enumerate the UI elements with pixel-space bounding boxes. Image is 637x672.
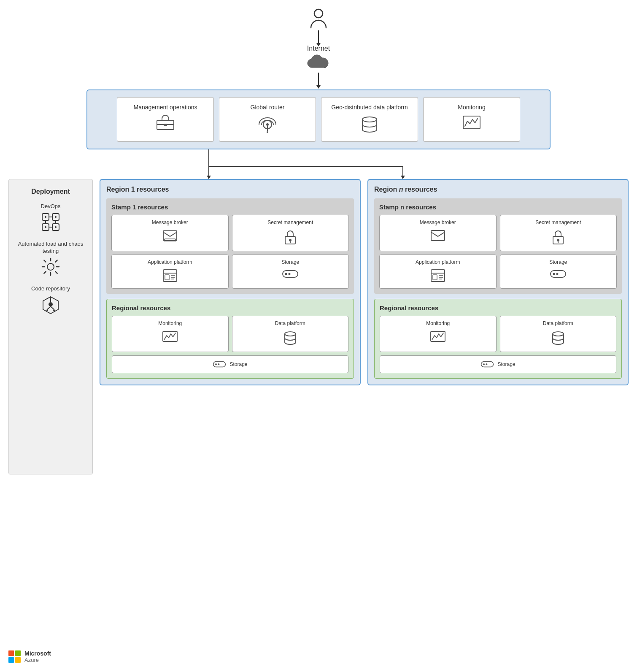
person-icon bbox=[309, 8, 328, 30]
regional1-grid: Monitoring Data platform bbox=[112, 316, 348, 352]
stamp1-box: Stamp 1 resources Message broker bbox=[106, 198, 354, 294]
svg-line-34 bbox=[47, 306, 51, 309]
cloud-icon bbox=[306, 54, 331, 73]
region1-title: Region 1 resources bbox=[106, 186, 354, 193]
rn-storage-icon bbox=[550, 269, 567, 281]
internet-section: Internet bbox=[8, 8, 629, 85]
azure-microsoft-label: Microsoft bbox=[24, 650, 51, 657]
azure-text: Microsoft Azure bbox=[24, 650, 51, 664]
regions-container: Region 1 resources Stamp 1 resources Mes… bbox=[100, 179, 629, 385]
svg-point-9 bbox=[362, 117, 377, 122]
devops-item: DevOps bbox=[41, 203, 61, 233]
rn-data-platform-box: Data platform bbox=[500, 316, 617, 352]
r1-secret-mgmt-label: Secret management bbox=[267, 219, 313, 226]
rn-secret-mgmt-label: Secret management bbox=[535, 219, 581, 226]
devops-icon bbox=[41, 213, 60, 233]
regional1-box: Regional resources Monitoring bbox=[106, 299, 354, 379]
r1-envelope-icon bbox=[162, 230, 178, 243]
svg-point-60 bbox=[557, 239, 559, 241]
monitor-global-icon bbox=[462, 115, 481, 134]
stampN-grid: Message broker Secret management bbox=[379, 215, 617, 289]
rn-database-icon bbox=[551, 331, 565, 347]
svg-point-54 bbox=[285, 332, 296, 336]
svg-marker-16 bbox=[401, 176, 405, 179]
global-router-label: Global router bbox=[251, 103, 285, 111]
rn-regional-storage-label: Storage bbox=[497, 361, 515, 367]
azure-azure-label: Azure bbox=[24, 657, 39, 663]
connector-arrows bbox=[86, 149, 551, 179]
r1-storage-box: Storage bbox=[232, 255, 349, 289]
svg-rect-58 bbox=[431, 230, 445, 241]
regionalN-box: Regional resources Monitoring bbox=[374, 299, 622, 379]
router-icon bbox=[258, 115, 277, 135]
rn-monitoring-label: Monitoring bbox=[426, 320, 450, 327]
management-operations-label: Management operations bbox=[134, 103, 197, 111]
svg-point-74 bbox=[483, 363, 485, 365]
svg-point-52 bbox=[289, 273, 291, 275]
svg-point-57 bbox=[218, 363, 220, 365]
r1-message-broker-box: Message broker bbox=[111, 215, 229, 251]
stampN-title: Stamp n resources bbox=[379, 203, 617, 211]
r1-message-broker-label: Message broker bbox=[152, 219, 188, 226]
chaos-testing-item: Automated load and chaos testing bbox=[16, 241, 86, 278]
svg-point-51 bbox=[285, 273, 287, 275]
r1-regional-storage-box: Storage bbox=[112, 355, 348, 373]
svg-point-70 bbox=[556, 273, 559, 275]
rn-app-platform-icon bbox=[430, 269, 445, 284]
azure-square-blue bbox=[8, 657, 14, 663]
svg-point-42 bbox=[289, 239, 292, 241]
regional1-title: Regional resources bbox=[112, 304, 348, 312]
stamp1-grid: Message broker bbox=[111, 215, 349, 289]
rn-monitor-icon bbox=[430, 331, 446, 346]
r1-data-platform-label: Data platform bbox=[275, 320, 305, 327]
arrow-internet-down bbox=[318, 30, 319, 43]
code-repo-item: Code repository bbox=[31, 285, 70, 315]
svg-point-69 bbox=[553, 273, 555, 275]
svg-line-33 bbox=[51, 306, 54, 309]
lower-section: Deployment DevOps bbox=[8, 179, 629, 474]
r1-monitoring-box: Monitoring bbox=[112, 316, 229, 352]
svg-point-75 bbox=[486, 363, 488, 365]
regionN-title: Region n resources bbox=[374, 186, 622, 193]
svg-point-25 bbox=[45, 216, 46, 218]
r1-storage-label: Storage bbox=[281, 259, 299, 266]
regionalN-grid: Monitoring Data platform bbox=[380, 316, 616, 352]
svg-rect-64 bbox=[433, 275, 437, 280]
svg-point-29 bbox=[47, 263, 54, 270]
regionalN-title: Regional resources bbox=[380, 304, 616, 312]
global-box: Management operations Global router bbox=[86, 89, 551, 149]
azure-square-green bbox=[15, 650, 21, 656]
code-repo-label: Code repository bbox=[31, 285, 70, 293]
svg-rect-53 bbox=[163, 331, 177, 341]
r1-app-platform-icon bbox=[162, 269, 178, 284]
geo-distributed-box: Geo-distributed data platform bbox=[321, 97, 418, 142]
svg-point-36 bbox=[53, 309, 55, 311]
svg-point-31 bbox=[49, 302, 53, 306]
r1-storage-icon bbox=[282, 269, 299, 281]
arrow-cloud-down bbox=[318, 73, 319, 85]
monitoring-global-box: Monitoring bbox=[423, 97, 520, 142]
rn-envelope-icon bbox=[430, 230, 445, 243]
rn-message-broker-box: Message broker bbox=[379, 215, 497, 251]
rn-data-platform-label: Data platform bbox=[543, 320, 573, 327]
azure-square-red bbox=[8, 650, 14, 656]
rn-storage-label: Storage bbox=[549, 259, 567, 266]
rn-app-platform-box: Application platform bbox=[379, 255, 497, 289]
rn-storage-box: Storage bbox=[500, 255, 617, 289]
r1-app-platform-label: Application platform bbox=[148, 259, 192, 266]
rn-message-broker-label: Message broker bbox=[420, 219, 456, 226]
deployment-box: Deployment DevOps bbox=[8, 179, 93, 474]
svg-rect-46 bbox=[165, 275, 169, 280]
rn-secret-mgmt-box: Secret management bbox=[500, 215, 617, 251]
global-router-box: Global router bbox=[219, 97, 316, 142]
r1-lock-icon bbox=[284, 230, 297, 247]
monitoring-global-label: Monitoring bbox=[458, 103, 485, 111]
stamp1-title: Stamp 1 resources bbox=[111, 203, 349, 211]
rn-lock-icon bbox=[552, 230, 564, 247]
r1-database-icon bbox=[283, 331, 297, 347]
r1-secret-mgmt-box: Secret management bbox=[232, 215, 349, 251]
svg-point-26 bbox=[55, 216, 57, 218]
r1-app-platform-box: Application platform bbox=[111, 255, 229, 289]
database-global-icon bbox=[361, 115, 378, 135]
rn-regional-storage-box: Storage bbox=[380, 355, 616, 373]
